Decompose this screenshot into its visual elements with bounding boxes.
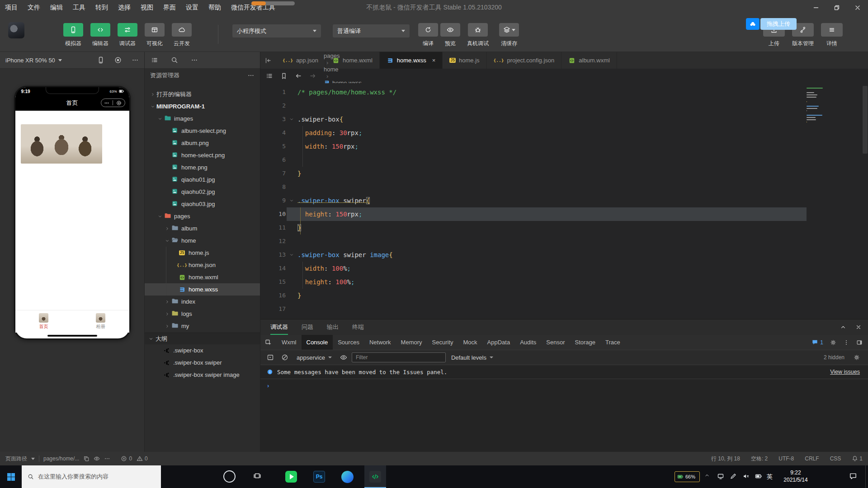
back-arrow-icon[interactable] [295, 72, 302, 80]
hidden-icons-chevron[interactable] [704, 473, 710, 478]
statusbar-item[interactable]: 行 10, 列 18 [711, 455, 740, 463]
menu-item[interactable]: 项目 [0, 4, 23, 11]
capsule-close-icon[interactable] [113, 100, 125, 106]
taskbar-clock[interactable]: 9:22 2021/5/14 [778, 469, 813, 483]
fold-gutter[interactable] [286, 194, 297, 207]
close-panel-icon[interactable] [855, 324, 862, 330]
云开发-button[interactable] [172, 23, 192, 37]
tree-item-album-select.png[interactable]: album-select.png [145, 125, 260, 137]
cortana-icon[interactable] [223, 470, 236, 483]
search-icon[interactable] [171, 56, 178, 64]
debugger-tab-输出[interactable]: 输出 [327, 319, 339, 335]
debugger-tab-问题[interactable]: 问题 [302, 319, 313, 335]
fold-gutter[interactable] [286, 113, 297, 126]
eye-icon[interactable] [340, 354, 347, 361]
close-icon[interactable] [847, 0, 868, 15]
page-path-label[interactable]: 页面路径 [5, 455, 27, 463]
tree-item-pages[interactable]: pages [145, 210, 260, 222]
清缓存-button[interactable] [499, 23, 519, 37]
more-icon[interactable] [247, 72, 255, 79]
show-desktop-sliver[interactable] [865, 465, 866, 488]
tree-item-qiaohu01.jpg[interactable]: qiaohu01.jpg [145, 174, 260, 186]
breadcrumb-item[interactable]: home [324, 66, 381, 73]
tree-item-home-select.png[interactable]: home-select.png [145, 149, 260, 161]
record-icon[interactable] [114, 56, 122, 64]
filter-input[interactable] [352, 352, 446, 362]
menu-item[interactable]: 文件 [23, 4, 45, 11]
start-button[interactable] [0, 465, 22, 488]
close-tab-icon[interactable]: × [432, 57, 436, 64]
menu-item[interactable]: 工具 [68, 4, 90, 11]
menu-item[interactable]: 编辑 [45, 4, 68, 11]
avatar[interactable] [8, 22, 24, 38]
fold-icon[interactable] [289, 253, 294, 257]
editor-scrollbar[interactable] [863, 86, 868, 154]
mode-select[interactable]: 小程序模式 [232, 24, 321, 38]
tree-item-index[interactable]: index [145, 296, 260, 308]
volume-muted-icon[interactable] [742, 473, 750, 480]
bookmark-icon[interactable] [280, 72, 288, 80]
tree-item-images[interactable]: images [145, 113, 260, 125]
statusbar-item[interactable]: UTF-8 [778, 455, 794, 462]
phone-tab-相册[interactable]: 相册 [72, 310, 129, 333]
inspect-icon[interactable] [260, 339, 277, 346]
console-empty-area[interactable] [260, 392, 868, 452]
phone-capsule-button[interactable] [101, 99, 125, 107]
kebab-menu-icon[interactable] [843, 339, 849, 346]
collapse-panel-icon[interactable] [840, 324, 846, 330]
tree-item-qiaohu03.jpg[interactable]: qiaohu03.jpg [145, 198, 260, 210]
battery-icon[interactable] [755, 473, 762, 480]
调试器-button[interactable] [118, 23, 137, 37]
code-editor[interactable]: 1 /* pages/home/home.wxss */ 2 3 .swiper… [260, 83, 868, 319]
devtools-tab-Mock[interactable]: Mock [458, 335, 482, 350]
devtools-tab-Security[interactable]: Security [427, 335, 458, 350]
problems-indicator[interactable]: 0 0 [121, 455, 147, 462]
taskbar-app-photoshop[interactable]: Ps [308, 465, 330, 488]
详情-button[interactable] [821, 23, 843, 37]
menu-item[interactable]: 视图 [136, 4, 158, 11]
phone-tab-首页[interactable]: 首页 [15, 310, 72, 333]
menu-item[interactable]: 设置 [181, 4, 203, 11]
notifications-bell[interactable]: 1 [852, 455, 863, 462]
action-center-icon[interactable] [849, 472, 857, 480]
input-language[interactable]: 英 [767, 473, 773, 481]
issues-badge[interactable]: 1 [811, 339, 823, 346]
menu-item[interactable]: 帮助 [203, 4, 226, 11]
pen-icon[interactable] [730, 473, 737, 480]
swiper-image[interactable] [21, 124, 102, 164]
eye-icon[interactable] [94, 455, 100, 462]
tree-item-home[interactable]: home [145, 235, 260, 247]
more-icon[interactable] [132, 56, 139, 64]
devtools-tab-Wxml[interactable]: Wxml [277, 335, 302, 350]
gear-icon[interactable] [854, 354, 860, 361]
statusbar-item[interactable]: CRLF [805, 455, 819, 462]
devtools-tab-Network[interactable]: Network [364, 335, 396, 350]
taskbar-app-iqiyi[interactable] [280, 465, 302, 488]
console-sidebar-icon[interactable] [267, 354, 274, 361]
page-path-value[interactable]: pages/home/... [43, 455, 79, 462]
more-icon[interactable] [104, 455, 110, 462]
more-icon[interactable] [191, 56, 198, 64]
restore-icon[interactable] [826, 0, 847, 15]
taskbar-search[interactable]: 在这里输入你要搜索的内容 [22, 465, 161, 488]
task-view-icon[interactable] [253, 472, 261, 480]
tree-item-打开的编辑器[interactable]: 打开的编辑器 [145, 88, 260, 100]
phone-icon[interactable] [97, 56, 104, 64]
fold-icon[interactable] [289, 198, 294, 203]
editor-tab-album.wxml[interactable]: album.wxml [561, 52, 617, 69]
tree-item-home.wxml[interactable]: home.wxml [145, 271, 260, 283]
devtools-tab-Trace[interactable]: Trace [600, 335, 625, 350]
view-issues-link[interactable]: View issues [830, 369, 860, 375]
device-select[interactable]: iPhone XR 50% 50 [5, 57, 62, 64]
debugger-tab-调试器[interactable]: 调试器 [270, 319, 288, 335]
editor-tab-app.json[interactable]: {..} app.json [276, 52, 326, 69]
collapse-sidebar-icon[interactable] [260, 52, 276, 69]
tree-item-my[interactable]: my [145, 320, 260, 332]
battery-widget[interactable]: 66% [675, 471, 700, 482]
minimap[interactable] [807, 88, 825, 126]
tree-item-home.wxss[interactable]: home.wxss [145, 283, 260, 296]
menu-item[interactable]: 转到 [90, 4, 113, 11]
outline-list-icon[interactable] [266, 72, 273, 80]
outline-item[interactable]: .swiper-box swiper [145, 357, 260, 369]
tree-item-album[interactable]: album [145, 222, 260, 235]
